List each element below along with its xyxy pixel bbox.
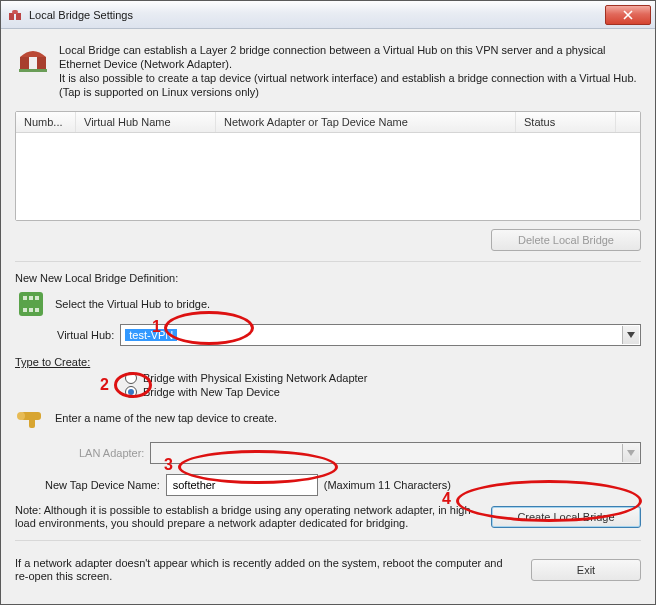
svg-rect-2	[12, 10, 18, 14]
svg-rect-12	[35, 308, 39, 312]
th-status[interactable]: Status	[516, 112, 616, 132]
close-icon	[623, 10, 633, 20]
table-body	[16, 133, 640, 220]
separator	[15, 261, 641, 262]
definition-title: New New Local Bridge Definition:	[15, 272, 641, 284]
select-hub-label: Select the Virtual Hub to bridge.	[55, 298, 210, 310]
svg-rect-5	[19, 69, 47, 72]
bridge-icon	[17, 43, 49, 75]
th-spacer	[616, 112, 640, 132]
radio-tap-label: Bridge with New Tap Device	[143, 386, 280, 398]
radio-physical[interactable]	[125, 372, 137, 384]
th-adapter[interactable]: Network Adapter or Tap Device Name	[216, 112, 516, 132]
radio-tap[interactable]	[125, 386, 137, 398]
delete-bridge-button: Delete Local Bridge	[491, 229, 641, 251]
note-text: Note: Although it is possible to establi…	[15, 504, 481, 530]
lan-adapter-combo	[150, 442, 641, 464]
lan-adapter-label: LAN Adapter:	[79, 447, 144, 459]
window-close-button[interactable]	[605, 5, 651, 25]
enter-tap-name-label: Enter a name of the new tap device to cr…	[55, 412, 277, 424]
window-title: Local Bridge Settings	[29, 9, 605, 21]
titlebar: Local Bridge Settings	[1, 1, 655, 29]
svg-rect-9	[35, 296, 39, 300]
svg-rect-14	[29, 418, 35, 428]
svg-rect-4	[37, 57, 46, 71]
svg-rect-1	[16, 13, 21, 20]
virtual-hub-value: test-VPN	[125, 329, 177, 341]
table-header: Numb... Virtual Hub Name Network Adapter…	[16, 112, 640, 133]
svg-rect-7	[23, 296, 27, 300]
footer-text: If a network adapter doesn't appear whic…	[15, 557, 517, 583]
svg-point-15	[17, 412, 25, 420]
svg-rect-10	[23, 308, 27, 312]
tap-name-label: New Tap Device Name:	[45, 479, 160, 491]
exit-button[interactable]: Exit	[531, 559, 641, 581]
virtual-hub-combo[interactable]: test-VPN	[120, 324, 641, 346]
tap-icon	[15, 402, 47, 434]
radio-physical-label: Bridge with Physical Existing Network Ad…	[143, 372, 367, 384]
intro-panel: Local Bridge can establish a Layer 2 bri…	[15, 39, 641, 103]
max-chars-label: (Maximum 11 Characters)	[324, 479, 451, 491]
tap-name-input[interactable]	[166, 474, 318, 496]
intro-text: Local Bridge can establish a Layer 2 bri…	[59, 43, 639, 99]
svg-rect-8	[29, 296, 33, 300]
svg-rect-6	[19, 292, 43, 316]
virtual-hub-label: Virtual Hub:	[57, 329, 114, 341]
svg-rect-11	[29, 308, 33, 312]
svg-rect-0	[9, 13, 14, 20]
separator	[15, 540, 641, 541]
bridges-table[interactable]: Numb... Virtual Hub Name Network Adapter…	[15, 111, 641, 221]
chevron-down-icon[interactable]	[622, 326, 639, 344]
type-label: Type to Create:	[15, 356, 90, 368]
app-icon	[7, 7, 23, 23]
hub-icon	[15, 288, 47, 320]
th-number[interactable]: Numb...	[16, 112, 76, 132]
th-hub[interactable]: Virtual Hub Name	[76, 112, 216, 132]
chevron-down-icon	[622, 444, 639, 462]
svg-rect-3	[20, 57, 29, 71]
create-bridge-button[interactable]: Create Local Bridge	[491, 506, 641, 528]
